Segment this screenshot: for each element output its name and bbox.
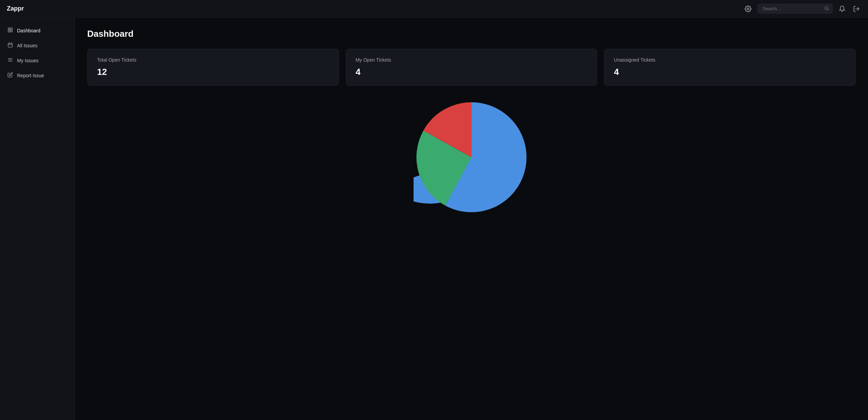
sidebar-item-report-issue[interactable]: Report Issue [0, 68, 75, 83]
svg-rect-7 [11, 30, 12, 32]
app-logo: Zappr [7, 5, 743, 12]
card-unassigned: Unassigned Tickets 4 [604, 49, 856, 86]
svg-rect-4 [8, 28, 10, 30]
exit-icon [853, 5, 860, 12]
svg-point-0 [747, 8, 749, 10]
settings-button[interactable] [743, 4, 753, 14]
pie-chart [414, 99, 529, 215]
card-my-open-label: My Open Tickets [356, 57, 588, 63]
gear-icon [745, 5, 751, 12]
edit-icon [7, 72, 13, 79]
card-unassigned-value: 4 [614, 67, 846, 77]
sidebar: Dashboard All Issues My Issues [0, 18, 75, 420]
topnav-right [743, 4, 861, 14]
layout: Dashboard All Issues My Issues [0, 18, 868, 420]
bell-icon [839, 5, 846, 12]
sidebar-item-label: Dashboard [17, 28, 41, 33]
svg-rect-5 [11, 28, 12, 30]
card-total-open-value: 12 [97, 67, 329, 77]
main-content: Dashboard Total Open Tickets 12 My Open … [75, 18, 868, 420]
svg-rect-8 [8, 43, 12, 47]
card-total-open: Total Open Tickets 12 [87, 49, 339, 86]
sidebar-item-all-issues[interactable]: All Issues [0, 38, 75, 53]
sidebar-item-label: My Issues [17, 58, 38, 63]
chart-area [87, 99, 856, 215]
notifications-button[interactable] [837, 4, 847, 14]
pie-chart-svg [414, 99, 529, 215]
calendar-icon [7, 42, 13, 49]
svg-rect-6 [8, 30, 10, 32]
page-title: Dashboard [87, 29, 856, 39]
sidebar-item-dashboard[interactable]: Dashboard [0, 23, 75, 38]
card-my-open: My Open Tickets 4 [346, 49, 598, 86]
card-total-open-label: Total Open Tickets [97, 57, 329, 63]
card-unassigned-label: Unassigned Tickets [614, 57, 846, 63]
grid-icon [7, 27, 13, 34]
menu-icon [7, 57, 13, 64]
logout-button[interactable] [852, 4, 861, 14]
stat-cards-row: Total Open Tickets 12 My Open Tickets 4 … [87, 49, 856, 86]
card-my-open-value: 4 [356, 67, 588, 77]
sidebar-item-label: Report Issue [17, 73, 44, 78]
search-input[interactable] [758, 4, 833, 14]
top-navigation: Zappr [0, 0, 868, 18]
sidebar-item-label: All Issues [17, 43, 37, 48]
search-container [758, 4, 833, 14]
sidebar-item-my-issues[interactable]: My Issues [0, 53, 75, 68]
